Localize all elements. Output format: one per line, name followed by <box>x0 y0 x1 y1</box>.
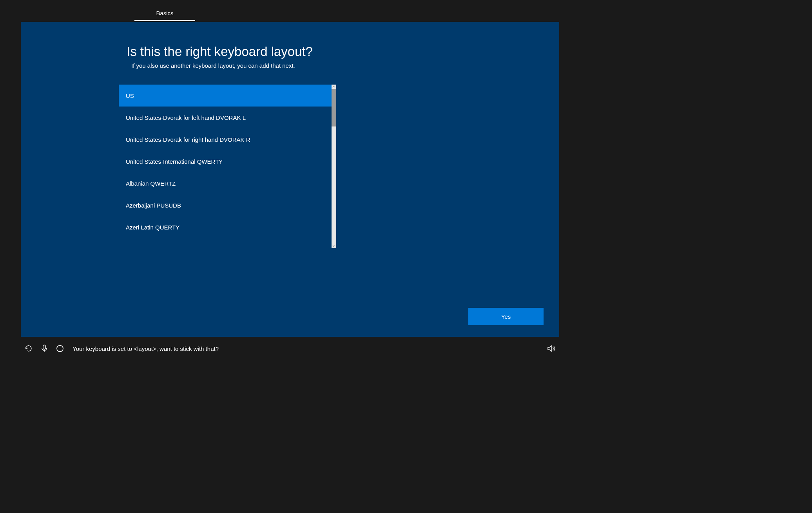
cortana-prompt-text: Your keyboard is set to <layout>, want t… <box>72 345 219 352</box>
main-panel: Is this the right keyboard layout? If yo… <box>21 22 559 337</box>
sync-icon[interactable] <box>21 341 36 356</box>
list-item[interactable]: Azerbaijani PUSUDB <box>119 194 332 216</box>
list-item[interactable]: United States-International QWERTY <box>119 150 332 172</box>
tab-bar: Basics <box>21 6 559 22</box>
list-item[interactable]: ... <box>119 238 332 247</box>
page-subtitle: If you also use another keyboard layout,… <box>131 62 528 69</box>
yes-button[interactable]: Yes <box>468 308 544 325</box>
microphone-icon[interactable] <box>36 341 52 356</box>
page-title: Is this the right keyboard layout? <box>127 44 528 59</box>
scroll-up-arrow-icon[interactable] <box>332 85 336 89</box>
keyboard-layout-listbox: US United States-Dvorak for left hand DV… <box>119 85 336 248</box>
svg-rect-0 <box>43 345 45 349</box>
list-item[interactable]: Azeri Latin QUERTY <box>119 216 332 238</box>
svg-point-2 <box>57 345 63 352</box>
bottom-bar: Your keyboard is set to <layout>, want t… <box>21 339 559 358</box>
list-item[interactable]: Albanian QWERTZ <box>119 172 332 194</box>
list-item[interactable]: US <box>119 85 332 107</box>
listbox-viewport: US United States-Dvorak for left hand DV… <box>119 85 332 248</box>
scroll-thumb[interactable] <box>332 89 336 126</box>
list-item[interactable]: United States-Dvorak for right hand DVOR… <box>119 128 332 150</box>
tab-basics[interactable]: Basics <box>134 6 195 21</box>
list-item[interactable]: United States-Dvorak for left hand DVORA… <box>119 107 332 128</box>
window-frame: Basics Is this the right keyboard layout… <box>3 3 577 363</box>
volume-icon[interactable] <box>544 341 559 356</box>
scroll-down-arrow-icon[interactable] <box>332 244 336 248</box>
scrollbar[interactable] <box>332 85 336 248</box>
cortana-circle-icon[interactable] <box>52 341 68 356</box>
